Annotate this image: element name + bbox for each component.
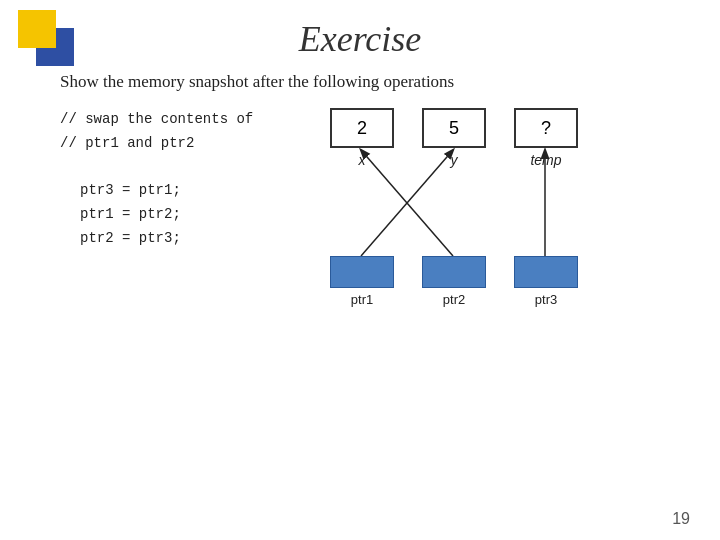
ptr-label-0: ptr1 (330, 292, 394, 307)
deco-yellow-square (18, 10, 56, 48)
ptr-boxes (330, 256, 578, 288)
subtitle-text: Show the memory snapshot after the follo… (60, 72, 720, 92)
value-box-1: 5 (422, 108, 486, 148)
ptr-labels: ptr1 ptr2 ptr3 (330, 292, 578, 307)
slide-title: Exercise (0, 0, 720, 72)
page-number: 19 (672, 510, 690, 528)
value-box-0: 2 (330, 108, 394, 148)
code-line2: ptr1 = ptr2; (80, 203, 280, 227)
code-comment2: // ptr1 and ptr2 (60, 132, 280, 156)
ptr-box-0 (330, 256, 394, 288)
main-content: // swap the contents of // ptr1 and ptr2… (60, 108, 720, 338)
value-box-2: ? (514, 108, 578, 148)
ptr-label-2: ptr3 (514, 292, 578, 307)
code-line3: ptr2 = ptr3; (80, 227, 280, 251)
var-labels: x y temp (330, 152, 578, 168)
value-boxes: 2 5 ? (330, 108, 578, 148)
code-line1: ptr3 = ptr1; (80, 179, 280, 203)
var-label-0: x (330, 152, 394, 168)
ptr-box-2 (514, 256, 578, 288)
memory-diagram: 2 5 ? x y temp (320, 108, 660, 338)
ptr-box-1 (422, 256, 486, 288)
var-label-2: temp (514, 152, 578, 168)
var-label-1: y (422, 152, 486, 168)
code-block: // swap the contents of // ptr1 and ptr2… (60, 108, 280, 338)
code-comment1: // swap the contents of (60, 108, 280, 132)
ptr-label-1: ptr2 (422, 292, 486, 307)
